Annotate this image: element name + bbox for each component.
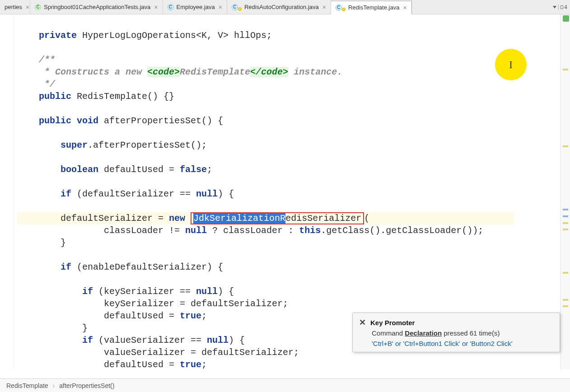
close-icon[interactable]: × — [154, 4, 158, 11]
breadcrumb-separator: › — [53, 382, 55, 389]
tab-label: RedisTemplate.java — [348, 4, 399, 11]
shortcut-link[interactable]: 'Ctrl+Button1 Click' — [403, 340, 460, 347]
marker[interactable] — [563, 299, 568, 301]
popup-shortcuts: 'Ctrl+B' or 'Ctrl+Button1 Click' or 'But… — [359, 340, 553, 347]
highlighted-line: defaultSerializer = new JdkSerialization… — [17, 212, 514, 224]
marker[interactable] — [563, 305, 568, 307]
lock-icon — [342, 8, 346, 11]
marker[interactable] — [563, 209, 568, 210]
tab-label: perties — [5, 4, 22, 10]
close-icon[interactable]: × — [26, 4, 29, 11]
class-icon: C — [35, 4, 41, 10]
tab-bar: perties × C Springboot01CacheApplication… — [0, 0, 570, 14]
lock-icon — [238, 7, 242, 11]
close-icon[interactable]: ✕ — [359, 317, 366, 327]
red-boxed-token: JdkSerializationRedisSerializer — [191, 212, 364, 224]
close-icon[interactable]: × — [322, 4, 326, 11]
marker[interactable] — [563, 69, 568, 70]
marker[interactable] — [563, 215, 568, 217]
split-indicator[interactable]: 4 — [550, 4, 570, 10]
marker[interactable] — [563, 145, 568, 147]
popup-message: Command Declaration pressed 61 time(s) — [359, 329, 553, 337]
shortcut-link[interactable]: 'Ctrl+B' — [372, 340, 393, 347]
split-count: 4 — [564, 4, 567, 10]
editor: private HyperLogLogOperations<K, V> hllO… — [0, 14, 570, 369]
marker[interactable] — [563, 222, 568, 224]
tab-employee[interactable]: C Employee.java × — [163, 0, 227, 14]
marker[interactable] — [563, 229, 568, 230]
class-icon: C — [232, 4, 238, 10]
inspection-ok-icon — [563, 15, 569, 22]
shortcut-link[interactable]: 'Button2 Click' — [470, 340, 512, 347]
breadcrumb-class[interactable]: RedisTemplate — [6, 382, 48, 389]
class-icon: C — [168, 4, 174, 10]
mouse-highlight-circle: I — [495, 49, 527, 80]
close-icon[interactable]: × — [219, 4, 222, 11]
gutter[interactable] — [0, 14, 14, 369]
tab-caches-tests[interactable]: C Springboot01CacheApplicationTests.java… — [30, 0, 163, 14]
tab-label: Employee.java — [177, 4, 215, 10]
breadcrumb: RedisTemplate › afterPropertiesSet() — [0, 378, 570, 392]
tab-label: Springboot01CacheApplicationTests.java — [44, 4, 150, 10]
tab-redis-template[interactable]: C RedisTemplate.java × — [331, 0, 412, 14]
tab-label: RedisAutoConfiguration.java — [244, 4, 319, 10]
close-icon[interactable]: × — [403, 4, 406, 11]
key-promoter-popup: ✕ Key Promoter Command Declaration press… — [352, 313, 560, 352]
tab-perties[interactable]: perties × — [0, 0, 30, 14]
breadcrumb-method[interactable]: afterPropertiesSet() — [59, 382, 114, 389]
chevron-down-icon — [553, 6, 556, 9]
tab-redis-autoconfig[interactable]: C RedisAutoConfiguration.java × — [227, 0, 331, 14]
marker[interactable] — [563, 272, 568, 274]
kw-private: private — [39, 30, 77, 41]
popup-title: Key Promoter — [370, 319, 415, 327]
selected-text: JdkSerializationR — [193, 213, 285, 224]
class-icon: C — [336, 5, 342, 11]
error-stripe[interactable] — [560, 14, 570, 369]
command-name: Declaration — [405, 329, 442, 337]
text-cursor-icon: I — [509, 59, 513, 71]
